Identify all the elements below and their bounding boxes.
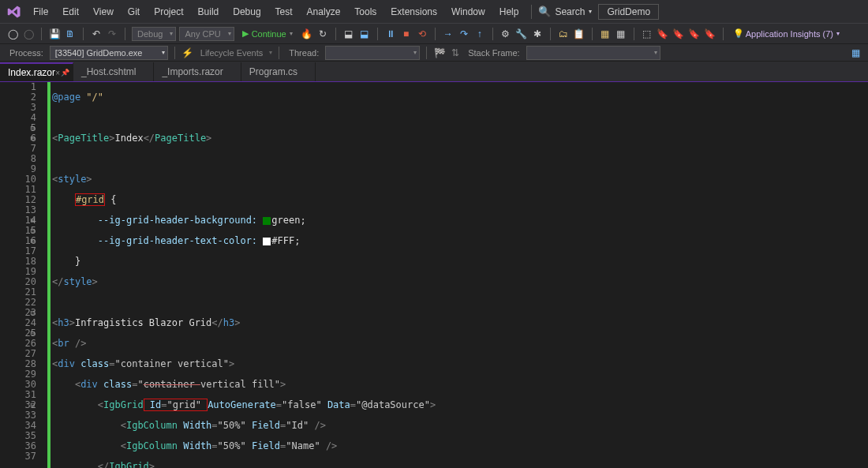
step-over-icon[interactable]: ↷ — [458, 28, 470, 40]
menu-analyze[interactable]: Analyze — [301, 3, 347, 21]
menu-window[interactable]: Window — [445, 3, 492, 21]
tool-icon-a[interactable]: ⚙ — [499, 28, 512, 40]
tool-icon-d[interactable]: 🗂 — [557, 28, 570, 40]
search-box[interactable]: 🔍Search▾ — [538, 6, 592, 17]
code-editor[interactable]: 1234 5⊟ 6⊟ 78910 111213 14⊟ 15⊟ 16⊟ 1718… — [0, 82, 868, 468]
tool-icon-c[interactable]: ✱ — [531, 28, 544, 40]
layer-icon-2[interactable]: ▦ — [615, 28, 627, 40]
menu-view[interactable]: View — [87, 3, 120, 21]
stop-icon[interactable]: ■ — [400, 28, 413, 40]
win-icon-3[interactable]: 🔖 — [672, 28, 685, 40]
tab-program-cs[interactable]: Program.cs — [241, 62, 316, 81]
menu-file[interactable]: File — [27, 3, 54, 21]
menu-help[interactable]: Help — [493, 3, 526, 21]
tab-host-cshtml[interactable]: _Host.cshtml — [73, 62, 154, 81]
step-out-icon[interactable]: ↑ — [473, 28, 486, 40]
menu-debug[interactable]: Debug — [226, 3, 267, 21]
restart-icon[interactable]: ⟲ — [416, 28, 428, 40]
menu-edit[interactable]: Edit — [56, 3, 85, 21]
refresh-icon[interactable]: ↻ — [316, 28, 329, 40]
platform-combo[interactable]: Any CPU — [179, 27, 234, 41]
settings-icon[interactable]: ▦ — [849, 47, 862, 59]
menu-build[interactable]: Build — [192, 3, 226, 21]
win-icon-1[interactable]: ⬚ — [641, 28, 653, 40]
stack-combo[interactable] — [526, 46, 660, 60]
stack-frame-icon[interactable]: 🏁 — [433, 47, 446, 59]
line-gutter: 1234 5⊟ 6⊟ 78910 111213 14⊟ 15⊟ 16⊟ 1718… — [13, 82, 47, 468]
step-into-icon[interactable]: → — [442, 28, 455, 40]
lifecycle-label: Lifecycle Events — [197, 48, 266, 58]
code-content[interactable]: @page "/" <PageTitle>Index</PageTitle> <… — [51, 82, 868, 468]
stack-icon-2[interactable]: ⇅ — [449, 47, 462, 59]
step-icon-1[interactable]: ⬓ — [342, 28, 355, 40]
toolbar-debug: Process: [33540] GridDemo.exe ⚡ Lifecycl… — [0, 44, 868, 62]
save-icon[interactable]: 💾 — [48, 28, 61, 40]
search-label: Search — [555, 6, 585, 17]
tool-icon-e[interactable]: 📋 — [573, 28, 586, 40]
tool-icon-b[interactable]: 🔧 — [515, 28, 528, 40]
thread-combo[interactable] — [325, 46, 420, 60]
pause-icon[interactable]: ⏸ — [384, 28, 397, 40]
app-insights-button[interactable]: 💡Application Insights (7)▾ — [730, 27, 843, 40]
solution-name[interactable]: GridDemo — [598, 4, 659, 20]
process-combo[interactable]: [33540] GridDemo.exe — [50, 46, 168, 60]
close-icon[interactable]: × — [55, 69, 60, 77]
layer-icon-1[interactable]: ▦ — [599, 28, 612, 40]
win-icon-2[interactable]: 🔖 — [657, 28, 669, 40]
config-combo[interactable]: Debug — [132, 27, 176, 41]
toolbar-main: ◯ ◯ 💾 🗎 ↶ ↷ Debug Any CPU ▶Continue▾ 🔥 ↻… — [0, 24, 868, 44]
save-all-icon[interactable]: 🗎 — [64, 28, 77, 40]
pin-icon[interactable]: 📌 — [61, 69, 69, 77]
editor-tabs: Index.razor📌× _Host.cshtml _Imports.razo… — [0, 62, 868, 82]
continue-button[interactable]: ▶Continue▾ — [238, 27, 297, 40]
hot-reload-icon[interactable]: 🔥 — [301, 28, 313, 40]
stack-label: Stack Frame: — [465, 48, 522, 58]
thread-label: Thread: — [286, 48, 322, 58]
menu-project[interactable]: Project — [148, 3, 189, 21]
step-icon-2[interactable]: ⬓ — [358, 28, 371, 40]
tab-imports-razor[interactable]: _Imports.razor — [154, 62, 241, 81]
process-label: Process: — [6, 48, 47, 58]
menu-extensions[interactable]: Extensions — [384, 3, 443, 21]
vs-logo-icon — [6, 4, 22, 20]
tab-index-razor[interactable]: Index.razor📌× — [0, 62, 73, 81]
menu-git[interactable]: Git — [122, 3, 146, 21]
lifecycle-icon[interactable]: ⚡ — [181, 47, 194, 59]
forward-icon[interactable]: ◯ — [22, 28, 35, 40]
menu-test[interactable]: Test — [269, 3, 299, 21]
menu-tools[interactable]: Tools — [348, 3, 383, 21]
undo-icon[interactable]: ↶ — [90, 28, 103, 40]
redo-icon[interactable]: ↷ — [106, 28, 118, 40]
back-icon[interactable]: ◯ — [6, 28, 19, 40]
win-icon-5[interactable]: 🔖 — [704, 28, 716, 40]
menu-bar: File Edit View Git Project Build Debug T… — [0, 0, 868, 24]
win-icon-4[interactable]: 🔖 — [688, 28, 701, 40]
